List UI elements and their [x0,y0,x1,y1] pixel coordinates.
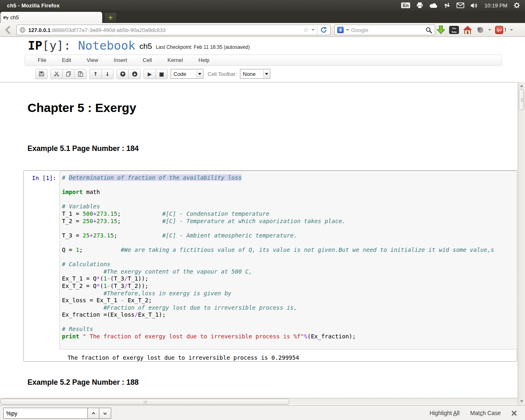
cell-toolbar-value: None [243,71,256,77]
example-5-1-heading[interactable]: Example 5.1 Page Number : 184 [27,144,139,153]
stop-icon: ■ [159,71,164,77]
ipython-logo[interactable]: IP[y]: Notebook [28,39,135,52]
tab-title: ch5 [10,14,19,21]
nav-addon-icons: YouTube QJ ! [436,24,513,36]
notebook-toolbar: ↑ ↓ ▶ ■ Code Cell Toolbar: None [35,68,270,80]
scrollbar-grip [520,98,523,102]
download-arrow-icon[interactable] [436,25,445,35]
move-cell-down-button[interactable]: ↓ [101,69,114,79]
match-case-button[interactable]: Match Case [470,410,501,416]
qj-alert-badge: ! [504,27,506,33]
cut-cell-button[interactable] [50,69,63,79]
copy-cell-button[interactable] [62,69,75,79]
notebook-header: IP[y]: Notebook ch5 Last Checkpoint: Feb… [0,37,525,55]
network-transfer-icon[interactable] [444,2,450,9]
insert-cell-above-button[interactable] [116,69,129,79]
paste-cell-button[interactable] [74,69,87,79]
insert-cell-below-button[interactable] [128,69,141,79]
os-title-bar: ch5 - Mozilla Firefox En 10:19 PM [0,0,525,11]
menu-kernel[interactable]: Kernel [160,57,191,63]
url-separator [317,26,317,34]
arrow-up-icon: ↑ [94,71,98,77]
bookmark-dropdown-icon[interactable] [311,29,315,31]
window-title: ch5 - Mozilla Firefox [0,2,59,9]
browser-tab-active[interactable]: IPy ch5 [0,11,103,23]
new-tab-button[interactable]: + [104,12,117,23]
menu-cell[interactable]: Cell [135,57,160,63]
horizontal-scrollbar-thumb[interactable] [0,399,290,405]
code-cell[interactable]: In [1]: # Determination of fraction of t… [23,170,517,362]
url-bar[interactable]: 127.0.0.1:8888/03df77a7-3e89-490d-ab5b-9… [16,25,331,35]
extension-dropdown-icon[interactable] [488,29,491,31]
reload-button[interactable] [320,26,329,34]
bookmark-star-icon[interactable]: ☆ [303,27,309,33]
addon-dropdown-icon[interactable] [510,29,513,31]
scroll-down-arrow-icon[interactable] [520,400,523,402]
mail-icon[interactable] [457,2,464,8]
clock[interactable]: 10:19 PM [484,2,507,9]
printer-icon[interactable] [416,2,423,9]
example-5-2-heading[interactable]: Example 5.2 Page Number : 188 [27,378,139,387]
vertical-scrollbar-thumb[interactable] [519,89,524,110]
highlight-all-button[interactable]: Highlight All [429,410,459,416]
cell-type-value: Code [173,71,186,77]
notebook-title[interactable]: ch5 [139,42,152,51]
match-case-label-end: h Case [483,410,501,416]
url-path: :8888/03df77a7-3e89-490d-ab5b-90a20a9dc8… [50,27,165,33]
menu-view[interactable]: View [79,57,106,63]
browser-navigation-bar: 127.0.0.1:8888/03df77a7-3e89-490d-ab5b-9… [0,23,525,37]
logo-notebook: Notebook [78,39,135,52]
logo-ip: IP [28,39,42,52]
find-input[interactable] [3,408,88,419]
chapter-heading[interactable]: Chapter 5 : Exergy [27,101,136,115]
play-icon: ▶ [148,71,152,77]
checkpoint-status: Last Checkpoint: Feb 11 16:35 (autosaved… [156,44,250,50]
find-next-button[interactable] [99,408,111,419]
search-placeholder: Google [351,27,368,33]
youtube-icon[interactable]: YouTube [449,26,459,34]
interrupt-kernel-button[interactable]: ■ [155,69,168,79]
extension-icon[interactable] [476,26,484,34]
cell-toolbar-select[interactable]: None [240,69,270,79]
url-host: 127.0.0.1 [28,27,50,33]
menu-edit[interactable]: Edit [54,57,79,63]
menu-insert[interactable]: Insert [106,57,135,63]
code-editor[interactable]: # Determination of fraction of the avail… [59,171,517,349]
scrollbar-grip [144,401,147,404]
find-previous-button[interactable] [87,408,100,419]
notebook-menu-bar: File Edit View Insert Cell Kernel Help [25,55,502,66]
browser-tab-strip: IPy ch5 + [0,11,525,23]
find-bar: Highlight All Match Case [0,405,525,420]
settings-gear-icon[interactable] [514,2,520,9]
cloud-sync-icon[interactable] [429,2,438,8]
select-arrow-icon [263,70,269,78]
site-identity-globe-icon[interactable] [17,27,28,33]
run-cell-button[interactable]: ▶ [144,69,156,79]
back-button[interactable] [2,25,13,35]
scroll-up-arrow-icon[interactable] [520,85,523,87]
match-case-accesskey: c [480,410,483,416]
highlight-all-label: Highlight [429,410,453,416]
cell-type-select[interactable]: Code [171,69,203,79]
search-engine-dropdown-icon[interactable] [346,29,349,31]
find-close-button[interactable] [511,411,517,416]
highlight-all-label-end: ll [457,410,459,416]
keyboard-layout-indicator[interactable]: En [401,2,410,8]
search-magnifier-icon[interactable] [425,27,432,34]
horizontal-scrollbar[interactable] [0,398,518,405]
volume-icon[interactable] [470,2,478,9]
ipython-favicon: IPy [3,16,8,20]
search-bar[interactable]: 8 Google [334,25,435,35]
save-button[interactable] [35,69,48,79]
logo-y: [y]: [42,39,71,52]
qj-addon-icon[interactable]: QJ [495,26,503,34]
menu-help[interactable]: Help [191,57,217,63]
move-cell-up-button[interactable]: ↑ [89,69,102,79]
home-button-icon[interactable] [463,25,472,34]
match-case-label: Mat [470,410,479,416]
cell-output: The fraction of exergy lost due to irrev… [64,354,299,361]
system-tray: En 10:19 PM [401,2,525,9]
vertical-scrollbar[interactable] [518,82,525,405]
google-engine-icon[interactable]: 8 [337,27,344,33]
menu-file[interactable]: File [30,57,54,63]
